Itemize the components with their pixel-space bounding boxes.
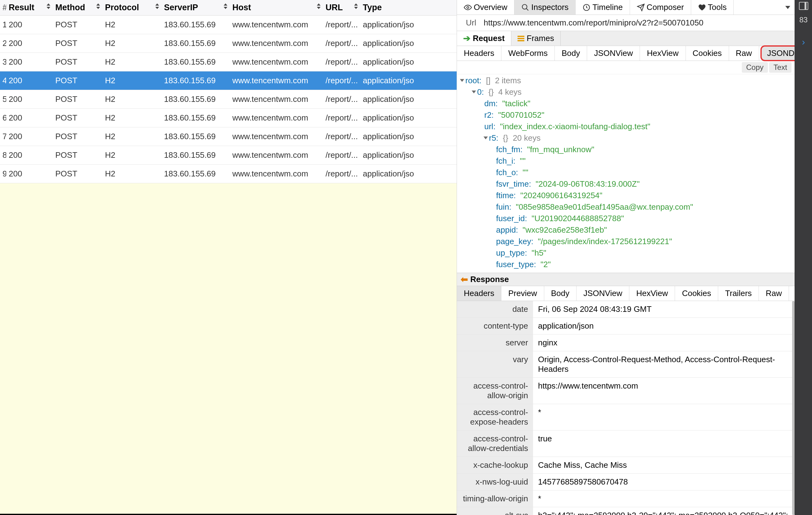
table-row[interactable]: 1200POSTH2183.60.155.69www.tencentwm.com…: [0, 16, 457, 34]
chevron-down-icon[interactable]: [785, 6, 790, 9]
response-header-row[interactable]: varyOrigin, Access-Control-Request-Metho…: [457, 351, 794, 378]
response-header-row[interactable]: content-typeapplication/json: [457, 318, 794, 335]
table-row[interactable]: 3200POSTH2183.60.155.69www.tencentwm.com…: [0, 53, 457, 71]
sort-icon: [47, 3, 50, 9]
response-header-row[interactable]: access-control-expose-headers*: [457, 404, 794, 430]
resp-subtab-body[interactable]: Body: [544, 286, 577, 301]
clock-icon: [582, 3, 590, 11]
json-toolbar: Copy Text: [457, 61, 794, 74]
detail-pane: Overview Inspectors Timeline Composer To…: [457, 0, 794, 515]
resp-subtab-hexview[interactable]: HexView: [629, 286, 675, 301]
col-header-method[interactable]: Method: [53, 0, 103, 16]
tab-timeline[interactable]: Timeline: [576, 0, 630, 15]
chevron-right-icon[interactable]: ›: [802, 37, 805, 47]
col-header-protocol[interactable]: Protocol: [103, 0, 162, 16]
twisty-icon[interactable]: [460, 79, 464, 82]
response-header-row[interactable]: access-control-allow-originhttps://www.t…: [457, 378, 794, 404]
detail-top-tabs: Overview Inspectors Timeline Composer To…: [457, 0, 794, 15]
col-header-type[interactable]: Type: [360, 0, 457, 16]
response-header-row[interactable]: servernginx: [457, 335, 794, 351]
table-row[interactable]: 8200POSTH2183.60.155.69www.tencentwm.com…: [0, 146, 457, 165]
request-section-tabs: ➔ Request Frames: [457, 31, 794, 46]
copy-button[interactable]: Copy: [742, 62, 768, 73]
table-row[interactable]: 5200POSTH2183.60.155.69www.tencentwm.com…: [0, 90, 457, 109]
resp-subtab-headers[interactable]: Headers: [457, 286, 501, 301]
resp-subtab-cookies[interactable]: Cookies: [675, 286, 718, 301]
tab-frames[interactable]: Frames: [511, 31, 561, 46]
send-icon: [637, 3, 645, 11]
response-headers-table: dateFri, 06 Sep 2024 08:43:19 GMTcontent…: [457, 301, 794, 515]
resp-subtab-raw[interactable]: Raw: [759, 286, 789, 301]
sessions-list-pane: # Result Method Protocol ServerIP Host U…: [0, 0, 457, 515]
svg-point-0: [467, 6, 469, 8]
gutter-badge: 83: [799, 16, 808, 24]
response-section-header: ⬅ Response: [457, 273, 794, 286]
url-bar: Url https://www.tencentwm.com/report/min…: [457, 15, 794, 31]
col-header-host[interactable]: Host: [230, 0, 323, 16]
text-button[interactable]: Text: [769, 62, 791, 73]
eye-icon: [464, 3, 472, 11]
response-header-row[interactable]: access-control-allow-credentialstrue: [457, 430, 794, 457]
svg-point-1: [522, 4, 527, 9]
table-row[interactable]: 2200POSTH2183.60.155.69www.tencentwm.com…: [0, 34, 457, 53]
col-header-serverip[interactable]: ServerIP: [162, 0, 230, 16]
req-subtab-jsonview[interactable]: JSONView: [587, 46, 640, 61]
resp-subtab-preview[interactable]: Preview: [501, 286, 544, 301]
twisty-icon[interactable]: [472, 91, 476, 93]
request-subtabs: Headers WebForms Body JSONView HexView C…: [457, 46, 794, 61]
sessions-table: # Result Method Protocol ServerIP Host U…: [0, 0, 457, 183]
tab-composer[interactable]: Composer: [630, 0, 691, 15]
col-header-index[interactable]: #: [0, 0, 6, 16]
col-header-url[interactable]: URL: [323, 0, 360, 16]
col-header-result[interactable]: Result: [6, 0, 53, 16]
response-subtabs: Headers Preview Body JSONView HexView Co…: [457, 286, 794, 301]
req-subtab-hexview[interactable]: HexView: [640, 46, 686, 61]
search-icon: [521, 3, 529, 11]
frames-icon: [518, 36, 524, 41]
resp-subtab-trailers[interactable]: Trailers: [718, 286, 759, 301]
response-header-row[interactable]: dateFri, 06 Sep 2024 08:43:19 GMT: [457, 301, 794, 318]
sort-icon: [354, 3, 358, 9]
tab-overview[interactable]: Overview: [457, 0, 514, 15]
req-subtab-cookies[interactable]: Cookies: [686, 46, 729, 61]
response-header-row[interactable]: x-nws-log-uuid14577685897580670478: [457, 474, 794, 490]
arrow-left-icon: ⬅: [461, 274, 468, 285]
tab-inspectors[interactable]: Inspectors: [514, 0, 576, 15]
response-header-row[interactable]: alt-svch3=":443"; ma=2592000,h3-29=":443…: [457, 507, 794, 515]
response-header-row[interactable]: x-cache-lookupCache Miss, Cache Miss: [457, 457, 794, 474]
side-gutter: 83 ›: [794, 0, 812, 515]
sort-icon: [96, 3, 100, 9]
req-subtab-headers[interactable]: Headers: [457, 46, 501, 61]
panel-toggle-icon[interactable]: [799, 2, 808, 10]
arrow-right-icon: ➔: [463, 33, 470, 44]
tab-tools[interactable]: Tools: [691, 0, 734, 15]
sort-icon: [224, 3, 227, 9]
twisty-icon[interactable]: [484, 137, 488, 140]
req-subtab-body[interactable]: Body: [555, 46, 587, 61]
tab-request[interactable]: ➔ Request: [457, 31, 511, 46]
url-value[interactable]: https://www.tencentwm.com/report/minipro…: [482, 15, 794, 31]
req-subtab-webforms[interactable]: WebForms: [501, 46, 555, 61]
json-tree[interactable]: root: [] 2 items 0: {} 4 keys dm: "tacli…: [457, 74, 794, 273]
table-row[interactable]: 9200POSTH2183.60.155.69www.tencentwm.com…: [0, 165, 457, 183]
sort-icon: [317, 3, 321, 9]
svg-line-2: [526, 8, 529, 10]
table-row[interactable]: 4200POSTH2183.60.155.69www.tencentwm.com…: [0, 71, 457, 90]
table-row[interactable]: 7200POSTH2183.60.155.69www.tencentwm.com…: [0, 127, 457, 146]
req-subtab-raw[interactable]: Raw: [729, 46, 759, 61]
response-headers-pane: dateFri, 06 Sep 2024 08:43:19 GMTcontent…: [457, 301, 794, 515]
scrollbar[interactable]: [792, 301, 794, 515]
heart-icon: [698, 3, 706, 11]
resp-subtab-jsonview[interactable]: JSONView: [577, 286, 629, 301]
sort-icon: [155, 3, 159, 9]
sessions-empty-area: [0, 183, 457, 515]
table-row[interactable]: 6200POSTH2183.60.155.69www.tencentwm.com…: [0, 109, 457, 127]
url-label: Url: [457, 15, 482, 31]
response-header-row[interactable]: timing-allow-origin*: [457, 490, 794, 507]
